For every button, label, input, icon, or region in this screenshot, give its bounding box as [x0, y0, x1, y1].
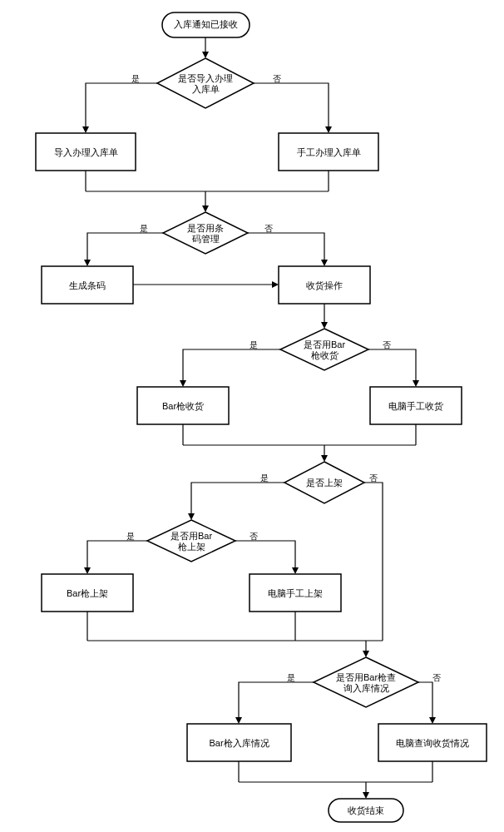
decision-bar-shelve	[147, 520, 235, 562]
svg-marker-23	[235, 717, 242, 724]
d4-no: 否	[369, 473, 378, 484]
svg-marker-19	[292, 567, 299, 574]
start-node	[162, 12, 250, 37]
end-node	[329, 799, 403, 822]
svg-marker-3	[325, 126, 332, 133]
svg-marker-7	[84, 260, 91, 266]
process-bar-receive	[137, 387, 229, 424]
d6-no: 否	[432, 672, 441, 684]
d3-yes: 是	[250, 339, 258, 351]
d3-no: 否	[383, 339, 391, 351]
svg-marker-18	[84, 567, 91, 574]
d6-yes: 是	[287, 672, 295, 684]
svg-marker-12	[180, 380, 186, 387]
d5-yes: 是	[126, 531, 135, 542]
process-pc-receive	[370, 387, 462, 424]
svg-marker-1	[202, 52, 209, 58]
decision-barcode-mgmt	[163, 212, 248, 254]
d2-no: 否	[264, 223, 273, 235]
process-manual	[279, 133, 378, 171]
d1-no: 否	[273, 73, 281, 85]
process-bar-query	[187, 724, 291, 761]
process-gen-barcode	[42, 266, 133, 304]
d5-no: 否	[250, 531, 258, 542]
process-receive-op	[279, 266, 370, 304]
d2-yes: 是	[140, 223, 148, 235]
d1-yes: 是	[131, 73, 140, 85]
svg-marker-2	[82, 126, 89, 133]
process-bar-shelve	[42, 574, 133, 612]
svg-marker-24	[429, 717, 436, 724]
svg-marker-13	[413, 380, 419, 387]
svg-marker-11	[321, 322, 328, 329]
decision-bar-query	[314, 657, 418, 707]
svg-marker-16	[321, 455, 328, 462]
process-pc-shelve	[250, 574, 341, 612]
svg-marker-17	[188, 513, 195, 520]
process-pc-query	[378, 724, 487, 761]
decision-import	[157, 58, 254, 108]
decision-shelve	[284, 462, 364, 503]
svg-marker-8	[321, 260, 328, 266]
decision-bar-receive	[280, 329, 368, 370]
process-import	[36, 133, 136, 171]
svg-marker-9	[272, 281, 279, 288]
svg-marker-6	[202, 206, 209, 212]
svg-marker-22	[363, 651, 369, 657]
svg-marker-27	[363, 792, 369, 799]
d4-yes: 是	[260, 473, 269, 484]
